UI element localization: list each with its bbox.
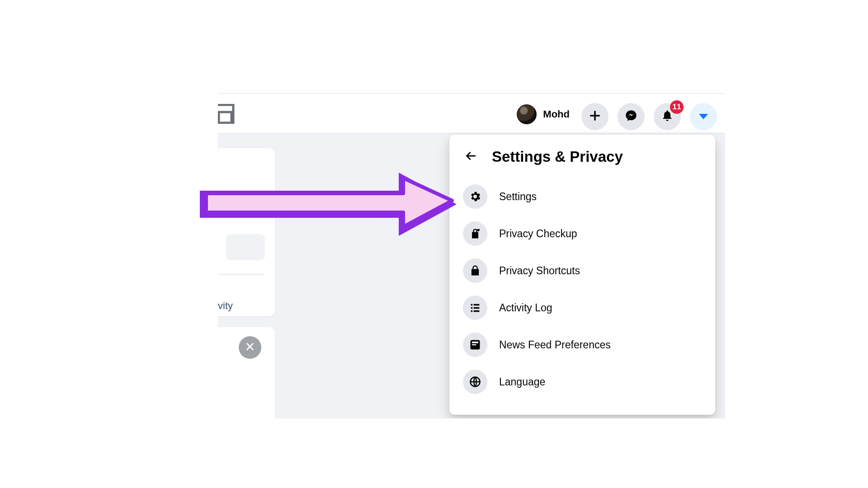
top-divider [218,93,725,94]
globe-icon [463,370,487,394]
svg-rect-1 [219,112,231,123]
settings-privacy-dropdown: Settings & Privacy Settings Privacy Chec… [449,135,715,415]
menu-item-label: News Feed Preferences [499,339,611,351]
account-menu-button[interactable] [690,103,717,130]
menu-item-label: Privacy Checkup [499,228,577,240]
menu-item-activity-log[interactable]: Activity Log [459,289,705,326]
arrow-left-icon [465,150,476,164]
profile-chip[interactable]: Mohd [514,103,578,126]
create-button[interactable] [581,103,609,130]
side-card-pill [226,234,265,260]
lock-heart-icon [463,221,487,246]
back-button[interactable] [461,147,480,166]
close-button[interactable] [239,336,261,359]
menu-item-privacy-checkup[interactable]: Privacy Checkup [459,215,705,252]
menu-item-language[interactable]: Language [459,363,705,400]
side-text-fragment: vity [218,300,233,312]
svg-rect-4 [472,344,476,345]
dropdown-header: Settings & Privacy [459,143,705,178]
close-icon [245,342,255,353]
avatar [517,104,537,124]
menu-item-settings[interactable]: Settings [459,178,705,215]
menu-item-label: Settings [499,191,537,203]
gear-icon [463,184,487,209]
header-bar: Mohd 11 [218,96,725,133]
messenger-button[interactable] [618,103,645,130]
dropdown-title: Settings & Privacy [492,148,623,165]
list-icon [463,296,487,320]
menu-item-news-feed-preferences[interactable]: News Feed Preferences [459,326,705,363]
app-logo-cropped [218,104,236,124]
menu-item-label: Activity Log [499,302,552,314]
side-card: vity [218,148,275,316]
notifications-button[interactable]: 11 [654,103,681,130]
menu-item-label: Language [499,376,545,388]
feed-icon [463,333,487,357]
plus-icon [589,109,601,124]
menu-item-label: Privacy Shortcuts [499,265,580,277]
side-card-divider [218,274,265,275]
screenshot-stage: vity Mohd [143,70,725,418]
messenger-icon [625,109,637,124]
menu-item-privacy-shortcuts[interactable]: Privacy Shortcuts [459,252,705,289]
header-icon-row: 11 [581,103,717,130]
profile-name: Mohd [543,108,570,120]
lock-icon [463,258,487,283]
caret-down-icon [699,114,708,119]
notification-badge: 11 [670,100,684,114]
svg-rect-3 [472,342,478,343]
